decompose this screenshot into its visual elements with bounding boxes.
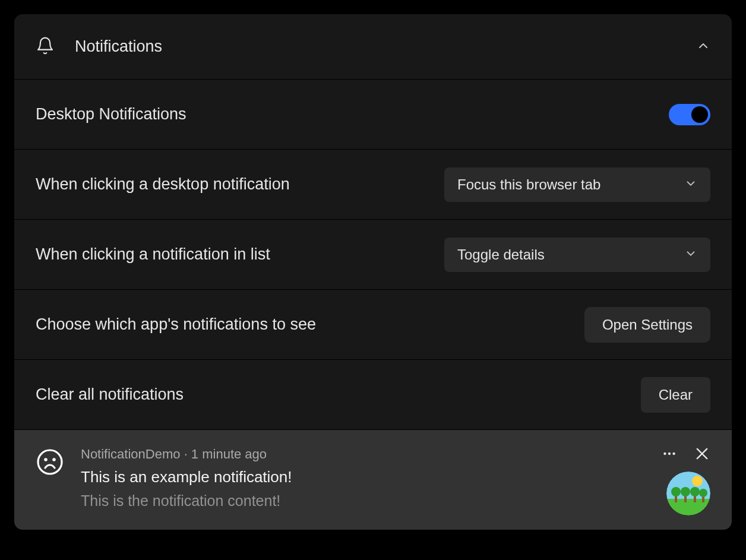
notification-title: This is an example notification! bbox=[81, 468, 710, 486]
header-left: Notifications bbox=[36, 36, 162, 58]
row-click-list: When clicking a notification in list Tog… bbox=[14, 220, 732, 290]
notification-actions bbox=[662, 445, 710, 462]
svg-point-17 bbox=[690, 487, 700, 496]
notification-separator: · bbox=[181, 447, 191, 461]
select-click-desktop-value: Focus this browser tab bbox=[457, 176, 600, 193]
svg-point-2 bbox=[53, 459, 55, 460]
close-icon[interactable] bbox=[694, 445, 710, 462]
select-click-list-value: Toggle details bbox=[457, 246, 545, 263]
label-choose-apps: Choose which app's notifications to see bbox=[36, 315, 316, 334]
sad-face-icon bbox=[36, 448, 64, 476]
svg-point-15 bbox=[681, 487, 690, 496]
clear-button[interactable]: Clear bbox=[641, 377, 710, 413]
more-icon[interactable] bbox=[662, 446, 677, 461]
bell-icon bbox=[36, 36, 55, 58]
row-click-desktop: When clicking a desktop notification Foc… bbox=[14, 150, 732, 220]
notification-thumbnail bbox=[666, 472, 710, 515]
select-click-list[interactable]: Toggle details bbox=[444, 238, 710, 272]
svg-point-11 bbox=[692, 476, 703, 486]
svg-point-1 bbox=[45, 459, 46, 460]
svg-point-0 bbox=[38, 450, 62, 474]
toggle-desktop-notifications[interactable] bbox=[669, 104, 710, 125]
svg-point-5 bbox=[672, 453, 675, 455]
label-clear-all: Clear all notifications bbox=[36, 385, 184, 404]
svg-point-4 bbox=[668, 453, 671, 455]
notification-body: NotificationDemo · 1 minute ago This is … bbox=[81, 447, 710, 510]
chevron-up-icon[interactable] bbox=[696, 39, 710, 55]
notification-card[interactable]: NotificationDemo · 1 minute ago This is … bbox=[14, 430, 732, 530]
svg-point-19 bbox=[699, 489, 707, 497]
row-clear-all: Clear all notifications Clear bbox=[14, 360, 732, 430]
svg-point-3 bbox=[663, 453, 666, 455]
notifications-panel: Notifications Desktop Notifications When… bbox=[14, 14, 732, 530]
notification-app: NotificationDemo bbox=[81, 447, 181, 461]
notification-content: This is the notification content! bbox=[81, 492, 710, 510]
row-choose-apps: Choose which app's notifications to see … bbox=[14, 290, 732, 360]
chevron-down-icon bbox=[684, 177, 697, 192]
panel-header[interactable]: Notifications bbox=[14, 14, 732, 80]
toggle-knob bbox=[691, 106, 708, 123]
label-desktop-notifications: Desktop Notifications bbox=[36, 105, 186, 124]
chevron-down-icon bbox=[684, 247, 697, 262]
notification-time: 1 minute ago bbox=[191, 447, 267, 461]
row-desktop-notifications: Desktop Notifications bbox=[14, 80, 732, 150]
svg-point-13 bbox=[671, 487, 681, 496]
panel-title: Notifications bbox=[75, 37, 162, 56]
label-click-list: When clicking a notification in list bbox=[36, 245, 270, 264]
notification-meta: NotificationDemo · 1 minute ago bbox=[81, 447, 710, 462]
label-click-desktop: When clicking a desktop notification bbox=[36, 175, 290, 194]
open-settings-button[interactable]: Open Settings bbox=[584, 307, 710, 343]
select-click-desktop[interactable]: Focus this browser tab bbox=[444, 167, 710, 202]
